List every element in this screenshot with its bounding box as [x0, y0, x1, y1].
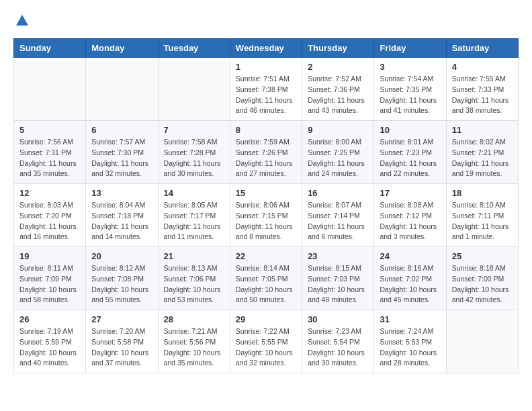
day-number: 9 [308, 125, 368, 135]
day-info: Sunrise: 7:59 AMSunset: 7:26 PMDaylight:… [236, 137, 296, 179]
calendar-cell: 8Sunrise: 7:59 AMSunset: 7:26 PMDaylight… [230, 121, 302, 184]
calendar-cell: 4Sunrise: 7:55 AMSunset: 7:33 PMDaylight… [446, 58, 518, 121]
day-info: Sunrise: 8:10 AMSunset: 7:11 PMDaylight:… [452, 200, 513, 242]
day-number: 1 [236, 62, 296, 72]
day-number: 23 [308, 251, 368, 261]
calendar-week-3: 12Sunrise: 8:03 AMSunset: 7:20 PMDayligh… [14, 184, 519, 247]
page-header [13, 13, 519, 32]
calendar-cell [86, 58, 158, 121]
day-info: Sunrise: 8:12 AMSunset: 7:08 PMDaylight:… [91, 263, 152, 306]
day-number: 5 [19, 125, 80, 135]
day-header-thursday: Thursday [302, 39, 374, 58]
day-info: Sunrise: 7:21 AMSunset: 5:56 PMDaylight:… [164, 326, 224, 369]
day-number: 25 [452, 251, 513, 261]
calendar-week-1: 1Sunrise: 7:51 AMSunset: 7:38 PMDaylight… [14, 58, 519, 121]
day-info: Sunrise: 8:13 AMSunset: 7:06 PMDaylight:… [164, 263, 224, 306]
calendar-cell: 3Sunrise: 7:54 AMSunset: 7:35 PMDaylight… [374, 58, 446, 121]
day-number: 11 [452, 125, 513, 135]
calendar-cell: 31Sunrise: 7:24 AMSunset: 5:53 PMDayligh… [374, 310, 446, 373]
day-info: Sunrise: 8:04 AMSunset: 7:18 PMDaylight:… [91, 200, 152, 242]
calendar-cell: 13Sunrise: 8:04 AMSunset: 7:18 PMDayligh… [86, 184, 158, 247]
day-number: 3 [380, 62, 440, 72]
day-info: Sunrise: 8:06 AMSunset: 7:15 PMDaylight:… [236, 200, 296, 242]
day-number: 2 [308, 62, 368, 72]
calendar-cell: 12Sunrise: 8:03 AMSunset: 7:20 PMDayligh… [14, 184, 86, 247]
day-info: Sunrise: 7:19 AMSunset: 5:59 PMDaylight:… [19, 326, 80, 369]
day-number: 8 [236, 125, 296, 135]
calendar-cell: 26Sunrise: 7:19 AMSunset: 5:59 PMDayligh… [14, 310, 86, 373]
calendar-week-2: 5Sunrise: 7:56 AMSunset: 7:31 PMDaylight… [14, 121, 519, 184]
calendar-cell: 18Sunrise: 8:10 AMSunset: 7:11 PMDayligh… [446, 184, 518, 247]
calendar-cell: 17Sunrise: 8:08 AMSunset: 7:12 PMDayligh… [374, 184, 446, 247]
calendar-cell: 24Sunrise: 8:16 AMSunset: 7:02 PMDayligh… [374, 247, 446, 310]
calendar-cell: 9Sunrise: 8:00 AMSunset: 7:25 PMDaylight… [302, 121, 374, 184]
calendar-header: SundayMondayTuesdayWednesdayThursdayFrid… [14, 39, 519, 58]
day-number: 22 [236, 251, 296, 261]
calendar-cell [446, 310, 518, 373]
day-info: Sunrise: 7:20 AMSunset: 5:58 PMDaylight:… [91, 326, 152, 369]
calendar-cell: 20Sunrise: 8:12 AMSunset: 7:08 PMDayligh… [86, 247, 158, 310]
calendar-cell: 1Sunrise: 7:51 AMSunset: 7:38 PMDaylight… [230, 58, 302, 121]
day-number: 19 [19, 251, 80, 261]
day-number: 12 [19, 188, 80, 198]
calendar-cell: 14Sunrise: 8:05 AMSunset: 7:17 PMDayligh… [158, 184, 230, 247]
day-number: 24 [380, 251, 440, 261]
calendar-week-5: 26Sunrise: 7:19 AMSunset: 5:59 PMDayligh… [14, 310, 519, 373]
day-info: Sunrise: 8:08 AMSunset: 7:12 PMDaylight:… [380, 200, 440, 242]
calendar-body: 1Sunrise: 7:51 AMSunset: 7:38 PMDaylight… [14, 58, 519, 373]
day-number: 7 [164, 125, 224, 135]
day-info: Sunrise: 7:56 AMSunset: 7:31 PMDaylight:… [19, 137, 80, 179]
calendar-cell [14, 58, 86, 121]
day-number: 13 [91, 188, 152, 198]
day-header-wednesday: Wednesday [230, 39, 302, 58]
svg-marker-0 [16, 15, 28, 26]
day-info: Sunrise: 7:58 AMSunset: 7:28 PMDaylight:… [164, 137, 224, 179]
day-info: Sunrise: 7:51 AMSunset: 7:38 PMDaylight:… [236, 74, 296, 116]
calendar-cell: 11Sunrise: 8:02 AMSunset: 7:21 PMDayligh… [446, 121, 518, 184]
logo-icon [15, 13, 30, 28]
calendar-cell: 21Sunrise: 8:13 AMSunset: 7:06 PMDayligh… [158, 247, 230, 310]
calendar-cell: 29Sunrise: 7:22 AMSunset: 5:55 PMDayligh… [230, 310, 302, 373]
calendar-cell: 5Sunrise: 7:56 AMSunset: 7:31 PMDaylight… [14, 121, 86, 184]
day-info: Sunrise: 8:14 AMSunset: 7:05 PMDaylight:… [236, 263, 296, 306]
calendar-cell: 7Sunrise: 7:58 AMSunset: 7:28 PMDaylight… [158, 121, 230, 184]
day-number: 15 [236, 188, 296, 198]
day-number: 16 [308, 188, 368, 198]
logo [13, 13, 30, 32]
calendar-cell: 27Sunrise: 7:20 AMSunset: 5:58 PMDayligh… [86, 310, 158, 373]
day-number: 17 [380, 188, 440, 198]
day-number: 20 [91, 251, 152, 261]
day-info: Sunrise: 7:54 AMSunset: 7:35 PMDaylight:… [380, 74, 440, 116]
day-header-sunday: Sunday [14, 39, 86, 58]
day-info: Sunrise: 7:22 AMSunset: 5:55 PMDaylight:… [236, 326, 296, 369]
day-number: 26 [19, 314, 80, 324]
day-header-friday: Friday [374, 39, 446, 58]
day-number: 28 [164, 314, 224, 324]
calendar-cell: 30Sunrise: 7:23 AMSunset: 5:54 PMDayligh… [302, 310, 374, 373]
day-info: Sunrise: 7:57 AMSunset: 7:30 PMDaylight:… [91, 137, 152, 179]
day-number: 10 [380, 125, 440, 135]
day-number: 14 [164, 188, 224, 198]
calendar-cell: 2Sunrise: 7:52 AMSunset: 7:36 PMDaylight… [302, 58, 374, 121]
day-info: Sunrise: 8:01 AMSunset: 7:23 PMDaylight:… [380, 137, 440, 179]
day-number: 18 [452, 188, 513, 198]
day-number: 27 [91, 314, 152, 324]
day-info: Sunrise: 8:03 AMSunset: 7:20 PMDaylight:… [19, 200, 80, 242]
day-info: Sunrise: 8:18 AMSunset: 7:00 PMDaylight:… [452, 263, 513, 306]
day-number: 31 [380, 314, 440, 324]
day-info: Sunrise: 8:07 AMSunset: 7:14 PMDaylight:… [308, 200, 368, 242]
calendar-cell: 10Sunrise: 8:01 AMSunset: 7:23 PMDayligh… [374, 121, 446, 184]
day-info: Sunrise: 7:23 AMSunset: 5:54 PMDaylight:… [308, 326, 368, 369]
calendar-cell: 22Sunrise: 8:14 AMSunset: 7:05 PMDayligh… [230, 247, 302, 310]
day-info: Sunrise: 8:15 AMSunset: 7:03 PMDaylight:… [308, 263, 368, 306]
calendar-cell: 16Sunrise: 8:07 AMSunset: 7:14 PMDayligh… [302, 184, 374, 247]
day-number: 29 [236, 314, 296, 324]
calendar-cell: 15Sunrise: 8:06 AMSunset: 7:15 PMDayligh… [230, 184, 302, 247]
day-info: Sunrise: 7:52 AMSunset: 7:36 PMDaylight:… [308, 74, 368, 116]
calendar-cell [158, 58, 230, 121]
day-number: 4 [452, 62, 513, 72]
day-info: Sunrise: 8:05 AMSunset: 7:17 PMDaylight:… [164, 200, 224, 242]
calendar-cell: 6Sunrise: 7:57 AMSunset: 7:30 PMDaylight… [86, 121, 158, 184]
calendar-cell: 25Sunrise: 8:18 AMSunset: 7:00 PMDayligh… [446, 247, 518, 310]
calendar-cell: 23Sunrise: 8:15 AMSunset: 7:03 PMDayligh… [302, 247, 374, 310]
